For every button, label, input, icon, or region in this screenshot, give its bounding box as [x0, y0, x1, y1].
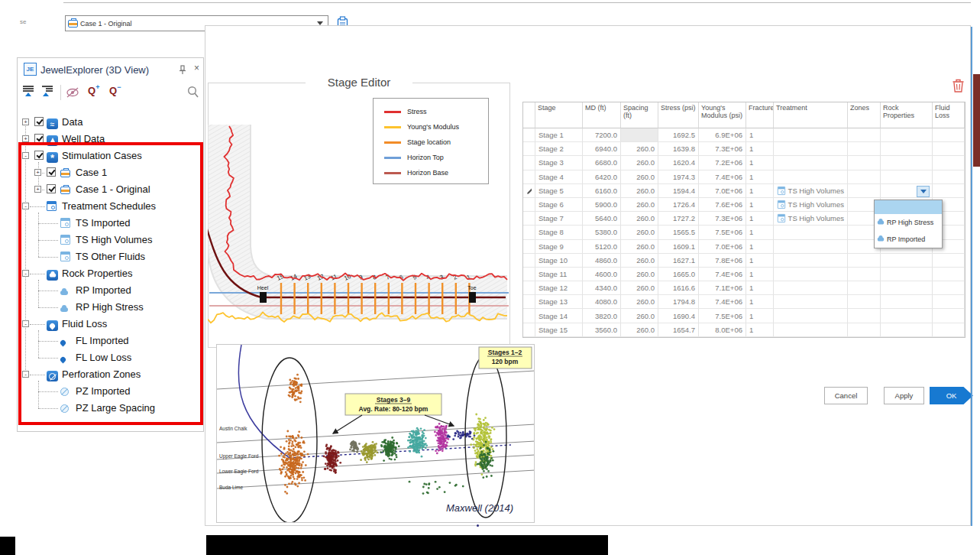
zones-cell[interactable] — [848, 156, 881, 170]
stage-cell[interactable]: Stage 12 — [535, 281, 583, 295]
tree-expander[interactable]: - — [22, 203, 29, 209]
tree-expander[interactable]: + — [34, 186, 41, 193]
spacing-cell[interactable]: 260.0 — [621, 295, 658, 309]
fractures-cell[interactable]: 1 — [746, 142, 774, 156]
fluid-loss-cell[interactable] — [933, 128, 965, 142]
collapse-branch-icon[interactable] — [42, 86, 53, 96]
tree-item-rp-imported[interactable]: RP Imported — [18, 282, 203, 299]
fractures-cell[interactable]: 1 — [746, 309, 774, 323]
row-selector[interactable] — [523, 268, 535, 281]
treatment-cell[interactable] — [774, 170, 848, 184]
fractures-cell[interactable]: 1 — [746, 240, 774, 254]
table-row[interactable]: Stage 104860.0260.01627.17.8E+061 — [523, 254, 965, 268]
tree-item-label[interactable]: Rock Properties — [62, 268, 132, 279]
tree-item-label[interactable]: RP Imported — [76, 284, 131, 296]
row-selector[interactable] — [523, 226, 535, 239]
tree-item-data[interactable]: +≈Data — [18, 114, 203, 131]
row-selector[interactable] — [523, 295, 535, 309]
stage-cell[interactable]: Stage 15 — [535, 323, 583, 337]
tree-item-label[interactable]: FL Imported — [76, 335, 129, 346]
md-cell[interactable]: 4600.0 — [583, 268, 621, 281]
youngs-modulus-cell[interactable]: 7.4E+06 — [699, 170, 746, 184]
tree-item-rp-high-stress[interactable]: RP High Stress — [18, 299, 203, 316]
row-selector[interactable] — [523, 128, 535, 142]
tree-checkbox[interactable] — [47, 184, 56, 193]
stage-cell[interactable]: Stage 2 — [535, 142, 583, 156]
tree-checkbox[interactable] — [47, 167, 56, 177]
stage-cell[interactable]: Stage 8 — [535, 226, 583, 239]
youngs-modulus-cell[interactable]: 7.5E+06 — [699, 309, 746, 323]
tree-checkbox[interactable] — [34, 117, 44, 126]
table-row[interactable]: Stage 36680.0260.01620.47.2E+061 — [523, 156, 965, 170]
spacing-cell[interactable]: 260.0 — [621, 323, 658, 337]
tree-item-well-data[interactable]: +Well Data — [18, 131, 203, 148]
row-selector[interactable] — [523, 156, 535, 170]
column-header[interactable]: Stage — [535, 102, 583, 128]
stress-cell[interactable]: 1794.8 — [658, 295, 699, 309]
youngs-modulus-cell[interactable]: 7.8E+06 — [699, 254, 746, 268]
row-selector[interactable] — [523, 323, 535, 337]
spacing-cell[interactable]: 260.0 — [621, 142, 658, 156]
tree-item-label[interactable]: Case 1 - Original — [76, 183, 150, 195]
tree-item-case-1[interactable]: +Case 1 — [18, 164, 203, 181]
table-row[interactable]: Stage 26940.0260.01639.87.3E+061 — [523, 142, 965, 156]
tree-expander[interactable]: - — [22, 270, 29, 277]
dropdown-option[interactable] — [875, 200, 942, 214]
zoom-out-icon[interactable]: Q− — [109, 83, 121, 97]
row-selector[interactable] — [523, 198, 535, 212]
spacing-cell[interactable]: 260.0 — [621, 281, 658, 295]
stage-cell[interactable]: Stage 7 — [535, 212, 583, 226]
tree-item-label[interactable]: Case 1 — [76, 167, 107, 178]
treatment-cell[interactable] — [774, 128, 848, 142]
treatment-cell[interactable] — [774, 295, 848, 309]
md-cell[interactable]: 6160.0 — [583, 184, 621, 198]
tree-item-case-1-original[interactable]: +Case 1 - Original — [18, 181, 203, 198]
cancel-button[interactable]: Cancel — [824, 387, 868, 404]
zones-cell[interactable] — [848, 268, 881, 281]
rock-properties-dropdown-list[interactable]: RP High StressRP Imported — [874, 200, 943, 248]
tree-item-fl-imported[interactable]: FL Imported — [18, 333, 203, 349]
tree-item-fluid-loss[interactable]: -Fluid Loss — [18, 316, 203, 333]
youngs-modulus-cell[interactable]: 7.5E+06 — [699, 226, 746, 239]
fractures-cell[interactable]: 1 — [746, 170, 774, 184]
fractures-cell[interactable]: 1 — [746, 226, 774, 239]
stage-cell[interactable]: Stage 3 — [535, 156, 583, 170]
column-header[interactable]: Young's Modulus (psi) — [699, 102, 746, 128]
treatment-cell[interactable] — [774, 254, 848, 268]
tree-item-treatment-schedules[interactable]: -Treatment Schedules — [18, 198, 203, 215]
collapse-all-icon[interactable] — [23, 86, 34, 96]
rock-properties-cell[interactable] — [881, 295, 933, 309]
stage-cell[interactable]: Stage 6 — [535, 198, 583, 212]
tree-item-label[interactable]: Treatment Schedules — [62, 200, 156, 212]
spacing-cell[interactable]: 260.0 — [621, 268, 658, 281]
tree-item-label[interactable]: Well Data — [62, 133, 105, 144]
tree-item-perforation-zones[interactable]: -Perforation Zones — [18, 366, 203, 383]
fluid-loss-cell[interactable] — [933, 323, 965, 337]
fractures-cell[interactable]: 1 — [746, 268, 774, 281]
rock-properties-cell[interactable] — [881, 323, 933, 337]
tree-item-label[interactable]: PZ Large Spacing — [76, 402, 155, 414]
dropdown-option[interactable]: RP High Stress — [875, 214, 942, 231]
tree-expander[interactable]: + — [22, 118, 29, 125]
treatment-cell[interactable] — [774, 240, 848, 254]
fractures-cell[interactable]: 1 — [746, 281, 774, 295]
zones-cell[interactable] — [848, 309, 881, 323]
md-cell[interactable]: 5640.0 — [583, 212, 621, 226]
stress-cell[interactable]: 1654.7 — [658, 323, 699, 337]
column-header[interactable]: Stress (psi) — [658, 102, 699, 128]
spacing-cell[interactable]: 260.0 — [621, 184, 658, 198]
md-cell[interactable]: 4340.0 — [583, 281, 621, 295]
tree-expander[interactable]: - — [22, 152, 29, 159]
table-row[interactable]: Stage 143820.0260.01690.47.5E+061 — [523, 309, 965, 323]
rock-properties-cell[interactable] — [881, 254, 933, 268]
row-selector[interactable] — [523, 309, 535, 323]
dropdown-option[interactable]: RP Imported — [875, 231, 942, 248]
spacing-cell[interactable] — [621, 128, 658, 142]
fluid-loss-cell[interactable] — [933, 309, 965, 323]
tree-item-fl-low-loss[interactable]: FL Low Loss — [18, 349, 203, 366]
youngs-modulus-cell[interactable]: 7.0E+06 — [699, 184, 746, 198]
tree-expander[interactable]: + — [22, 135, 29, 142]
md-cell[interactable]: 6940.0 — [583, 142, 621, 156]
zones-cell[interactable] — [848, 184, 881, 198]
fluid-loss-cell[interactable] — [933, 170, 965, 184]
